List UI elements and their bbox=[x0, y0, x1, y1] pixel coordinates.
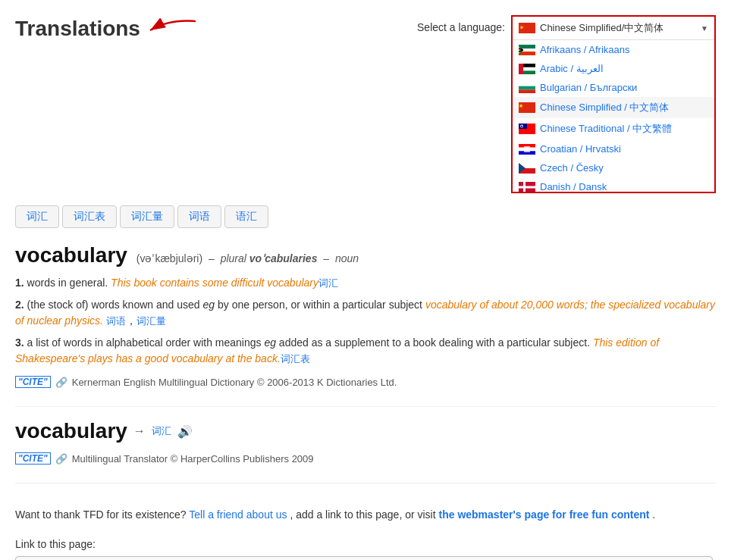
word-1: vocabulary bbox=[15, 243, 127, 267]
cite-badge-2: "CITE" bbox=[15, 452, 51, 465]
webmaster-link[interactable]: the webmaster's page for free fun conten… bbox=[439, 508, 650, 521]
lang-option-croatian[interactable]: Croatian / Hrvatski bbox=[513, 139, 714, 158]
lang-option-chinese-simplified[interactable]: Chinese Simplified / 中文简体 bbox=[513, 97, 714, 118]
lang-option-chinese-traditional[interactable]: Chinese Traditional / 中文繁體 bbox=[513, 118, 714, 139]
cite-text-1: Kernerman English Multilingual Dictionar… bbox=[72, 377, 397, 388]
def-item-2: 2. (the stock of) words known and used e… bbox=[15, 297, 716, 329]
flag-afrikaans bbox=[519, 45, 535, 55]
def-item-1: 1. words in general. This book contains … bbox=[15, 275, 716, 291]
flag-croatian bbox=[519, 144, 535, 155]
link-to-page-label: Link to this page: bbox=[15, 538, 716, 550]
eg-3: eg bbox=[264, 336, 276, 349]
trans-link-3[interactable]: 词汇表 bbox=[281, 353, 310, 364]
link-icon-1: 🔗 bbox=[55, 377, 67, 388]
footer-thank-you: Want to thank TFD for its existence? Tel… bbox=[15, 506, 716, 523]
lang-name-croatian: Croatian / Hrvatski bbox=[540, 143, 621, 155]
lang-name-chinese-simplified: Chinese Simplified / 中文简体 bbox=[540, 101, 670, 114]
tab-1[interactable]: 词汇 bbox=[15, 205, 59, 228]
def-text-2-mid: by one person, or within a particular su… bbox=[215, 299, 425, 311]
tell-friend-link[interactable]: Tell a friend about us bbox=[189, 508, 287, 521]
page-title: Translations bbox=[15, 17, 140, 41]
lang-option-arabic[interactable]: Arabic / العربية bbox=[513, 59, 714, 78]
translation-tabs: 词汇 词汇表 词汇量 词语 语汇 bbox=[15, 205, 716, 228]
plural-word: voˈcabularies bbox=[249, 252, 318, 264]
svg-rect-27 bbox=[524, 146, 530, 152]
page-header: Translations Select a language: bbox=[15, 15, 716, 193]
dash-1: – bbox=[209, 252, 215, 264]
def-text-2-before: (the stock of) words known and used bbox=[27, 299, 203, 311]
word-header: vocabulary (vəˈkæbjuləri) – plural voˈca… bbox=[15, 243, 716, 267]
selected-flag bbox=[519, 23, 535, 33]
def-text-3-mid: added as a supplement to a book dealing … bbox=[276, 336, 593, 349]
svg-rect-16 bbox=[519, 89, 535, 93]
svg-rect-17 bbox=[519, 102, 535, 113]
language-selector-area: Select a language: Chinese Simplified/中文… bbox=[417, 15, 716, 193]
tab-2[interactable]: 词汇表 bbox=[62, 205, 117, 228]
svg-rect-13 bbox=[519, 64, 523, 74]
arrow-right-icon: → bbox=[133, 424, 146, 438]
def-text-1: words in general. bbox=[27, 277, 108, 289]
link-to-page-section: Link to this page: bbox=[15, 538, 716, 560]
link-to-page-input[interactable] bbox=[15, 556, 713, 560]
selected-language-text: Chinese Simplified/中文简体 bbox=[540, 21, 696, 35]
tab-5[interactable]: 语汇 bbox=[224, 205, 268, 228]
trans-link-entry2[interactable]: 词汇 bbox=[152, 424, 171, 438]
dash-2: – bbox=[323, 252, 329, 264]
thank-you-text: Want to thank TFD for its existence? bbox=[15, 508, 187, 521]
trans-link-2b[interactable]: 词汇量 bbox=[136, 315, 166, 327]
speaker-icon[interactable]: 🔊 bbox=[177, 424, 193, 439]
lang-option-czech[interactable]: Czech / Česky bbox=[513, 158, 714, 177]
def-number-3: 3. bbox=[15, 336, 24, 349]
definitions-list: 1. words in general. This book contains … bbox=[15, 275, 716, 367]
word2-header: vocabulary → 词汇 🔊 bbox=[15, 419, 716, 443]
link-icon-2: 🔗 bbox=[55, 453, 67, 465]
language-list: Afrikaans / Afrikaans Arabic / العربية bbox=[513, 40, 714, 192]
plural-label: plural bbox=[221, 252, 246, 264]
language-selected[interactable]: Chinese Simplified/中文简体 ▼ bbox=[513, 17, 714, 40]
dropdown-arrow-icon: ▼ bbox=[701, 24, 708, 33]
lang-name-afrikaans: Afrikaans / Afrikaans bbox=[540, 44, 630, 55]
cite-area-1: "CITE" 🔗 Kernerman English Multilingual … bbox=[15, 376, 716, 388]
trans-link-1[interactable]: 词汇 bbox=[318, 277, 338, 289]
title-area: Translations bbox=[15, 15, 199, 42]
cite-badge-1: "CITE" bbox=[15, 376, 51, 388]
cite-text-2: Multilingual Translator © HarperCollins … bbox=[72, 453, 314, 465]
flag-arabic bbox=[519, 64, 535, 74]
flag-bulgarian bbox=[519, 83, 535, 93]
language-dropdown[interactable]: Chinese Simplified/中文简体 ▼ bbox=[511, 15, 716, 193]
svg-rect-33 bbox=[519, 186, 535, 188]
word-2: vocabulary bbox=[15, 419, 127, 443]
lang-name-danish: Danish / Dansk bbox=[540, 181, 607, 192]
separator-2 bbox=[15, 483, 716, 483]
lang-option-afrikaans[interactable]: Afrikaans / Afrikaans bbox=[513, 40, 714, 59]
lang-name-arabic: Arabic / العربية bbox=[540, 63, 604, 74]
lang-option-danish[interactable]: Danish / Dansk bbox=[513, 177, 714, 192]
lang-name-bulgarian: Bulgarian / Български bbox=[540, 82, 637, 93]
tab-3[interactable]: 词汇量 bbox=[120, 205, 174, 228]
flag-chinese-simplified bbox=[519, 102, 535, 113]
lang-name-czech: Czech / Česky bbox=[540, 162, 604, 174]
trans-link-2a[interactable]: 词语 bbox=[106, 315, 126, 327]
lang-option-bulgarian[interactable]: Bulgarian / Български bbox=[513, 78, 714, 97]
svg-rect-15 bbox=[519, 86, 535, 89]
def-text-3-before: a list of words in alphabetical order wi… bbox=[27, 336, 265, 349]
pronunciation-1: (vəˈkæbjuləri) bbox=[136, 252, 202, 264]
def-item-3: 3. a list of words in alphabetical order… bbox=[15, 335, 716, 367]
entry-1: vocabulary (vəˈkæbjuləri) – plural voˈca… bbox=[15, 243, 716, 388]
tab-4[interactable]: 词语 bbox=[177, 205, 221, 228]
footer-mid-text: , add a link to this page, or visit bbox=[290, 508, 435, 521]
flag-danish bbox=[519, 182, 535, 192]
cite-area-2: "CITE" 🔗 Multilingual Translator © Harpe… bbox=[15, 452, 716, 465]
flag-chinese-traditional bbox=[519, 124, 535, 134]
footer-period: . bbox=[652, 508, 655, 521]
language-label: Select a language: bbox=[417, 15, 505, 33]
def-number-1: 1. bbox=[15, 277, 24, 289]
def-example-1: This book contains some difficult vocabu… bbox=[111, 277, 318, 289]
lang-name-chinese-traditional: Chinese Traditional / 中文繁體 bbox=[540, 122, 672, 136]
flag-czech bbox=[519, 163, 535, 174]
pos-1: noun bbox=[335, 252, 359, 264]
arrow-icon bbox=[146, 15, 199, 42]
separator-1 bbox=[15, 406, 716, 407]
eg-2: eg bbox=[202, 299, 215, 311]
entry-2: vocabulary → 词汇 🔊 "CITE" 🔗 Multilingual … bbox=[15, 419, 716, 465]
